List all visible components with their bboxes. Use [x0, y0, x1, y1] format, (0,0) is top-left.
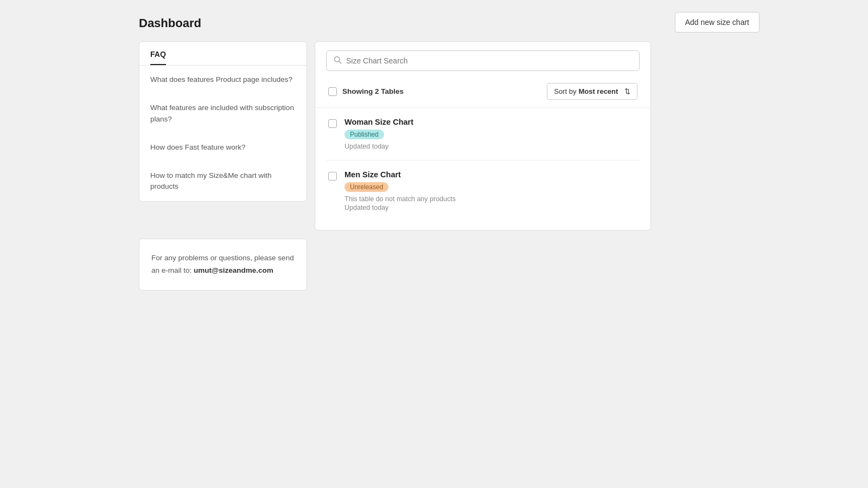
chart-row-checkbox[interactable]	[328, 119, 337, 128]
status-badge: Published	[344, 130, 384, 139]
sort-prefix: Sort by	[554, 87, 576, 95]
sort-button[interactable]: Sort by Most recent ⇅	[547, 83, 637, 100]
chart-warning: This table do not match any products	[344, 195, 637, 203]
faq-item[interactable]: How to match my Size&Me chart with produ…	[139, 162, 307, 201]
showing-text: Showing 2 Tables	[342, 87, 404, 95]
search-icon	[333, 55, 342, 66]
chart-info: Men Size Chart Unreleased This table do …	[344, 170, 637, 211]
contact-panel: For any problems or questions, please se…	[139, 239, 307, 291]
svg-line-1	[339, 61, 341, 63]
faq-panel: FAQ What does features Product page incl…	[139, 41, 307, 202]
chart-row-checkbox[interactable]	[328, 172, 337, 181]
sort-icon: ⇅	[624, 87, 630, 95]
search-input[interactable]	[346, 56, 633, 65]
chart-name: Woman Size Chart	[344, 118, 637, 126]
search-box	[326, 50, 640, 71]
chart-updated: Updated today	[344, 143, 637, 150]
contact-email: umut@sizeandme.com	[194, 266, 273, 274]
showing-label-group: Showing 2 Tables	[328, 87, 404, 96]
chart-row: Men Size Chart Unreleased This table do …	[326, 160, 640, 221]
add-size-chart-button[interactable]: Add new size chart	[675, 12, 760, 33]
chart-info: Woman Size Chart Published Updated today	[344, 118, 637, 150]
faq-tab-label: FAQ	[150, 50, 166, 65]
table-header: Showing 2 Tables Sort by Most recent ⇅	[326, 80, 640, 103]
faq-item[interactable]: How does Fast feature work?	[139, 133, 307, 162]
status-badge: Unreleased	[344, 182, 388, 192]
contact-text: For any problems or questions, please se…	[151, 252, 295, 277]
faq-item[interactable]: What does features Product page includes…	[139, 66, 307, 94]
select-all-checkbox[interactable]	[328, 87, 337, 96]
chart-row: Woman Size Chart Published Updated today	[326, 108, 640, 160]
chart-updated: Updated today	[344, 204, 637, 211]
faq-item[interactable]: What features are included with subscrip…	[139, 94, 307, 133]
charts-panel: Showing 2 Tables Sort by Most recent ⇅ W…	[315, 41, 651, 230]
faq-list: What does features Product page includes…	[139, 66, 307, 201]
sort-value: Most recent	[578, 87, 618, 95]
page: Dashboard Add new size chart FAQ What do…	[0, 0, 868, 488]
faq-tab-header: FAQ	[139, 42, 307, 66]
page-title: Dashboard	[139, 16, 201, 30]
chart-name: Men Size Chart	[344, 170, 637, 179]
